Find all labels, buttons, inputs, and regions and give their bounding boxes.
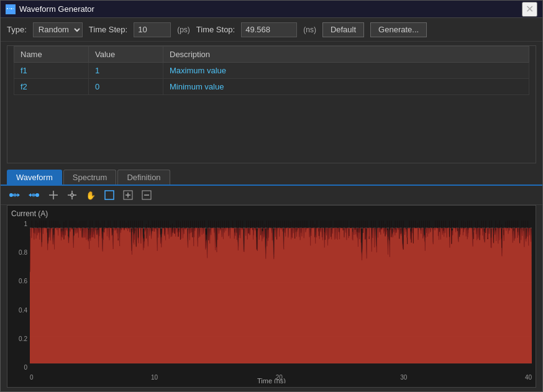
svg-marker-4 bbox=[17, 193, 20, 197]
svg-text:✋: ✋ bbox=[86, 190, 96, 200]
prev-button[interactable] bbox=[6, 188, 23, 203]
waveform-canvas bbox=[30, 221, 532, 371]
table-row: f2 0 Minimum value bbox=[14, 79, 529, 95]
chart-title: Current (A) bbox=[11, 209, 532, 218]
waveform-generator-window: Waveform Generator ✕ Type: Random Sine P… bbox=[0, 0, 543, 392]
select-button[interactable] bbox=[64, 188, 80, 203]
main-toolbar: Type: Random Sine Pulse Ramp Custom Time… bbox=[1, 18, 542, 42]
param-value: 0 bbox=[89, 79, 163, 95]
timestep-label: Time Step: bbox=[89, 25, 127, 34]
chart-canvas: 1 0.8 0.6 0.4 0.2 0 0 10 20 30 40 Time (… bbox=[11, 221, 532, 383]
titlebar: Waveform Generator ✕ bbox=[1, 1, 542, 18]
chart-toolbar: ✋ bbox=[1, 185, 542, 205]
tabs-bar: Waveform Spectrum Definition bbox=[1, 167, 542, 185]
timestop-input[interactable] bbox=[241, 22, 297, 37]
param-description: Minimum value bbox=[163, 79, 529, 95]
chart-area: Current (A) 1 0.8 0.6 0.4 0.2 0 0 10 20 … bbox=[7, 205, 536, 388]
y-tick-2: 0.2 bbox=[19, 335, 27, 342]
y-tick-3: 0.4 bbox=[19, 307, 27, 314]
timestep-unit: (ps) bbox=[177, 25, 190, 34]
zoom-box-button[interactable] bbox=[101, 188, 117, 203]
table-row: f1 1 Maximum value bbox=[14, 63, 529, 79]
svg-point-5 bbox=[35, 193, 39, 197]
default-button[interactable]: Default bbox=[322, 22, 364, 37]
next-button[interactable] bbox=[25, 188, 43, 203]
plot-area bbox=[30, 221, 532, 371]
timestep-input[interactable] bbox=[134, 22, 171, 37]
tab-definition[interactable]: Definition bbox=[117, 170, 170, 185]
col-header-description: Description bbox=[163, 47, 529, 63]
svg-marker-8 bbox=[29, 193, 31, 197]
x-axis-label: Time (ns) bbox=[11, 377, 532, 383]
col-header-value: Value bbox=[89, 47, 163, 63]
y-tick-5: 0.8 bbox=[19, 249, 27, 256]
type-dropdown[interactable]: Random Sine Pulse Ramp Custom bbox=[33, 22, 83, 37]
tab-spectrum[interactable]: Spectrum bbox=[63, 170, 117, 185]
param-name: f2 bbox=[14, 79, 89, 95]
param-name: f1 bbox=[14, 63, 89, 79]
svg-rect-17 bbox=[105, 191, 114, 199]
params-table-container: Name Value Description f1 1 Maximum valu… bbox=[7, 45, 536, 163]
type-label: Type: bbox=[7, 25, 27, 34]
timestop-unit: (ns) bbox=[303, 25, 316, 34]
param-value: 1 bbox=[89, 63, 163, 79]
y-tick-4: 0.6 bbox=[19, 278, 27, 285]
zoom-in-button[interactable] bbox=[120, 188, 136, 203]
titlebar-left: Waveform Generator bbox=[6, 4, 94, 14]
tab-waveform[interactable]: Waveform bbox=[7, 170, 62, 185]
window-title: Waveform Generator bbox=[19, 4, 94, 14]
params-table: Name Value Description f1 1 Maximum valu… bbox=[14, 46, 529, 95]
y-axis: 1 0.8 0.6 0.4 0.2 0 bbox=[11, 221, 30, 371]
svg-point-15 bbox=[71, 194, 73, 196]
pan-button[interactable]: ✋ bbox=[83, 188, 99, 203]
cursor-button[interactable] bbox=[45, 188, 62, 203]
col-header-name: Name bbox=[14, 47, 89, 63]
timestop-label: Time Stop: bbox=[196, 25, 235, 34]
zoom-out-button[interactable] bbox=[139, 188, 155, 203]
param-description: Maximum value bbox=[163, 63, 529, 79]
y-tick-1: 0 bbox=[24, 364, 27, 371]
close-button[interactable]: ✕ bbox=[522, 2, 537, 17]
generate-button[interactable]: Generate... bbox=[370, 22, 427, 37]
y-tick-6: 1 bbox=[24, 221, 27, 227]
app-icon bbox=[6, 4, 16, 14]
svg-point-1 bbox=[9, 193, 13, 197]
